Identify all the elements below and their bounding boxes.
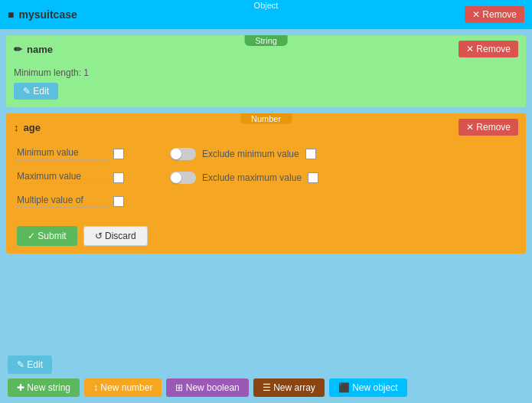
string-field-name: name xyxy=(27,44,53,55)
number-badge: Number xyxy=(240,113,292,124)
max-value-row: Maximum value Exclude maximum value xyxy=(17,171,515,184)
new-array-button[interactable]: ☰ New array xyxy=(253,378,325,397)
bottom-edit-row: ✎ Edit xyxy=(0,351,532,375)
multiple-value-row: Multiple value of xyxy=(17,195,515,208)
number-field-name: age xyxy=(24,122,41,133)
number-block: Number ↕ age ✕ Remove Minimum value Excl xyxy=(6,113,526,254)
multiple-value-label: Multiple value of xyxy=(17,195,109,208)
new-object-button[interactable]: ⬛ New object xyxy=(329,378,407,397)
content-area: String ✏ name ✕ Remove Minimum length: 1… xyxy=(0,29,532,351)
string-edit-button[interactable]: ✎ Edit xyxy=(14,83,58,100)
object-badge: Object xyxy=(243,0,289,11)
number-remove-button[interactable]: ✕ Remove xyxy=(459,119,518,136)
max-exclude-checkbox[interactable] xyxy=(308,172,318,183)
string-header: String ✏ name ✕ Remove xyxy=(6,35,526,63)
min-exclude-checkbox[interactable] xyxy=(305,149,316,159)
multiple-value-checkbox[interactable] xyxy=(113,196,124,207)
max-value-label: Maximum value xyxy=(17,171,109,184)
object-header: Object ■ mysuitcase ✕ Remove xyxy=(0,0,532,29)
pencil-icon: ✏ xyxy=(14,44,22,55)
object-title: ■ mysuitcase xyxy=(8,8,77,21)
min-value-label: Minimum value xyxy=(17,147,109,160)
number-actions: ✓ Submit ↺ Discard xyxy=(6,226,526,254)
submit-button[interactable]: ✓ Submit xyxy=(17,226,77,246)
object-icon: ■ xyxy=(8,8,14,21)
sort-icon: ↕ xyxy=(14,122,19,133)
string-block: String ✏ name ✕ Remove Minimum length: 1… xyxy=(6,35,526,107)
number-field-title: ↕ age xyxy=(14,122,41,133)
new-boolean-button[interactable]: ⊞ New boolean xyxy=(166,378,248,397)
new-string-button[interactable]: ✚ New string xyxy=(8,378,80,397)
multiple-value-checkbox-area xyxy=(113,196,124,207)
discard-button[interactable]: ↺ Discard xyxy=(83,226,148,246)
string-remove-button[interactable]: ✕ Remove xyxy=(459,41,518,57)
min-value-row: Minimum value Exclude minimum value xyxy=(17,147,515,160)
bottom-toolbar: ✚ New string ↕ New number ⊞ New boolean … xyxy=(0,375,532,403)
min-value-checkbox-area xyxy=(113,149,124,159)
max-exclude-label: Exclude maximum value xyxy=(202,172,302,183)
bottom-edit-button[interactable]: ✎ Edit xyxy=(8,355,52,374)
min-value-checkbox[interactable] xyxy=(113,149,124,159)
min-length-text: Minimum length: 1 xyxy=(14,67,518,78)
max-exclude-group: Exclude maximum value xyxy=(170,172,318,184)
min-exclude-group: Exclude minimum value xyxy=(170,148,316,160)
max-value-checkbox-area xyxy=(113,172,124,183)
main-container: Object ■ mysuitcase ✕ Remove String ✏ na… xyxy=(0,0,532,403)
string-body: Minimum length: 1 ✎ Edit xyxy=(6,63,526,107)
number-body: Minimum value Exclude minimum value Maxi… xyxy=(6,141,526,226)
new-number-button[interactable]: ↕ New number xyxy=(84,378,162,397)
object-title-text: mysuitcase xyxy=(18,8,77,21)
max-exclude-toggle[interactable] xyxy=(170,172,196,184)
string-field-title: ✏ name xyxy=(14,44,53,55)
min-exclude-label: Exclude minimum value xyxy=(202,149,299,159)
object-remove-button[interactable]: ✕ Remove xyxy=(465,6,524,23)
min-exclude-toggle[interactable] xyxy=(170,148,196,160)
string-badge: String xyxy=(244,35,288,46)
number-header: Number ↕ age ✕ Remove xyxy=(6,113,526,141)
max-value-checkbox[interactable] xyxy=(113,172,124,183)
